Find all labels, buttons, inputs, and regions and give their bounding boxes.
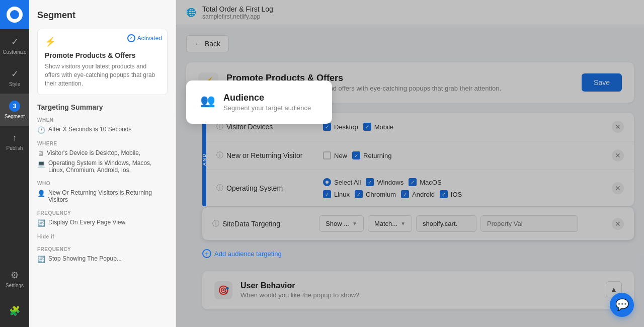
sidebar-item-segment[interactable]: 3 Segment [0, 94, 29, 126]
audience-modal: 👥 Audience Segment your target audience [186, 80, 332, 124]
info-icon-sitedata[interactable]: ⓘ [212, 219, 219, 228]
match-dropdown-label: Match... [374, 220, 397, 227]
summary-where-text2: Operating System is Windows, Macos, Linu… [48, 159, 168, 174]
targeting-container: AND ⓘ Visitor Devices ✓ Desktop [202, 113, 634, 271]
chromium-checkbox[interactable]: ✓ [355, 190, 363, 198]
summary-frequency: FREQUENCY 🔄 Display On Every Page View. [37, 210, 168, 227]
summary-freq2-label: FREQUENCY [37, 247, 168, 252]
mobile-checkbox-group[interactable]: ✓ Mobile [363, 123, 393, 131]
summary-hide-label: Hide if [37, 234, 168, 239]
new-returning-text: New or Returning Visitor [226, 151, 302, 159]
macos-label: MacOS [420, 179, 441, 186]
site-name: Total Order & First Log [202, 5, 273, 13]
visitor-devices-text: Visitor Devices [226, 123, 273, 131]
sidebar-item-settings[interactable]: ⚙ Settings [0, 263, 29, 295]
site-url: samplefirst.netlify.app [202, 13, 273, 20]
new-returning-controls: New ✓ Returning [323, 151, 606, 159]
select-all-radio[interactable] [323, 178, 331, 186]
remove-new-returning-button[interactable]: ✕ [612, 149, 624, 161]
behavior-title: User Behavior [240, 281, 359, 290]
icon-sidebar: ✓ Customize ✓ Style 3 Segment ↑ Publish … [0, 0, 29, 327]
remove-visitor-devices-button[interactable]: ✕ [612, 121, 624, 133]
summary-when: WHEN 🕐 After X Seconds is 10 Seconds [37, 117, 168, 134]
targeting-summary-title: Targeting Summary [37, 103, 168, 111]
match-dropdown[interactable]: Match... ▼ [368, 215, 412, 232]
segment-icon: 3 [9, 101, 20, 112]
remove-sitedata-button[interactable]: ✕ [612, 218, 624, 230]
property-val-input[interactable] [480, 215, 578, 232]
summary-when-row: 🕐 After X Seconds is 10 Seconds [37, 126, 168, 134]
summary-freq2-text: Stop Showing The Popup... [48, 255, 122, 262]
returning-checkbox-group[interactable]: ✓ Returning [352, 151, 391, 159]
summary-when-label: WHEN [37, 117, 168, 123]
desktop-checkbox[interactable]: ✓ [323, 123, 331, 131]
ios-checkbox-group[interactable]: ✓ IOS [440, 190, 462, 198]
os-icon: 💻 [37, 160, 45, 168]
clock-icon: 🕐 [37, 126, 45, 134]
audience-modal-icon: 👥 [200, 94, 215, 108]
show-dropdown[interactable]: Show ... ▼ [319, 215, 364, 232]
back-label: Back [205, 40, 220, 48]
sidebar-item-style[interactable]: ✓ Style [0, 61, 29, 94]
windows-label: Windows [377, 179, 404, 186]
select-all-label: Select All [334, 179, 361, 186]
ios-checkbox[interactable]: ✓ [440, 190, 448, 198]
sidebar-item-label: Publish [7, 145, 23, 151]
main-content: 🌐 Total Order & First Log samplefirst.ne… [176, 0, 644, 327]
linux-label: Linux [334, 191, 350, 198]
sidebar-item-customize[interactable]: ✓ Customize [0, 29, 29, 61]
returning-checkbox[interactable]: ✓ [352, 151, 360, 159]
check-circle-icon: ✓ [127, 34, 135, 42]
customize-icon: ✓ [11, 36, 19, 47]
remove-os-button[interactable]: ✕ [612, 182, 624, 194]
sidebar-item-integrations[interactable]: 🧩 [0, 295, 29, 327]
show-dropdown-label: Show ... [326, 220, 349, 227]
property-input: shopify.cart. [416, 215, 476, 232]
targeting-rows-inner: ⓘ Visitor Devices ✓ Desktop ✓ Mobile [206, 113, 634, 206]
and-bar: AND [202, 113, 206, 206]
activated-text: Activated [137, 35, 162, 42]
sitedata-controls: Show ... ▼ Match... ▼ shopify.cart. [319, 215, 606, 232]
chromium-checkbox-group[interactable]: ✓ Chromium [355, 190, 396, 198]
summary-who-label: WHO [37, 181, 168, 186]
android-checkbox-group[interactable]: ✓ Android [401, 190, 435, 198]
content-area: ← Back ⚡ Promote Products & Offers Show … [176, 25, 644, 319]
app-logo[interactable] [0, 0, 29, 29]
info-icon-os[interactable]: ⓘ [216, 184, 223, 193]
desktop-label: Desktop [334, 123, 358, 131]
linux-checkbox-group[interactable]: ✓ Linux [323, 190, 350, 198]
chat-button[interactable]: 💬 [610, 293, 634, 317]
desktop-checkbox-group[interactable]: ✓ Desktop [323, 123, 358, 131]
device-icon: 🖥 [37, 150, 44, 157]
user-behavior-card: 🎯 User Behavior When would you like the … [202, 271, 634, 309]
sitedata-label: ⓘ SiteData Targeting [212, 219, 313, 228]
sidebar-item-label: Settings [6, 283, 24, 288]
android-checkbox[interactable]: ✓ [401, 190, 409, 198]
macos-checkbox[interactable]: ✓ [409, 178, 417, 186]
summary-who-text: New Or Returning Visitors is Returning V… [48, 189, 168, 203]
windows-checkbox-group[interactable]: ✓ Windows [366, 178, 404, 186]
select-all-group[interactable]: Select All [323, 178, 361, 186]
back-button[interactable]: ← Back [186, 35, 229, 52]
behavior-desc: When would you like the popup to show? [240, 291, 359, 299]
add-audience-button[interactable]: + Add audience targeting [202, 246, 282, 261]
sidebar-item-publish[interactable]: ↑ Publish [0, 126, 29, 158]
linux-checkbox[interactable]: ✓ [323, 190, 331, 198]
new-checkbox-group[interactable]: New [323, 151, 347, 159]
audience-modal-content: Audience Segment your target audience [223, 93, 311, 112]
macos-checkbox-group[interactable]: ✓ MacOS [409, 178, 441, 186]
mobile-checkbox[interactable]: ✓ [363, 123, 371, 131]
summary-frequency2: FREQUENCY 🔄 Stop Showing The Popup... [37, 247, 168, 263]
ios-label: IOS [451, 191, 462, 198]
save-button[interactable]: Save [582, 73, 622, 92]
summary-where-label: WHERE [37, 141, 168, 146]
windows-checkbox[interactable]: ✓ [366, 178, 374, 186]
sitedata-text: SiteData Targeting [222, 220, 280, 228]
chromium-label: Chromium [366, 191, 396, 198]
new-checkbox[interactable] [323, 151, 331, 159]
summary-when-text: After X Seconds is 10 Seconds [48, 126, 131, 133]
add-audience-icon: + [202, 249, 211, 258]
info-icon-returning[interactable]: ⓘ [216, 151, 223, 160]
android-label: Android [412, 191, 435, 198]
audience-modal-subtitle: Segment your target audience [223, 104, 311, 112]
